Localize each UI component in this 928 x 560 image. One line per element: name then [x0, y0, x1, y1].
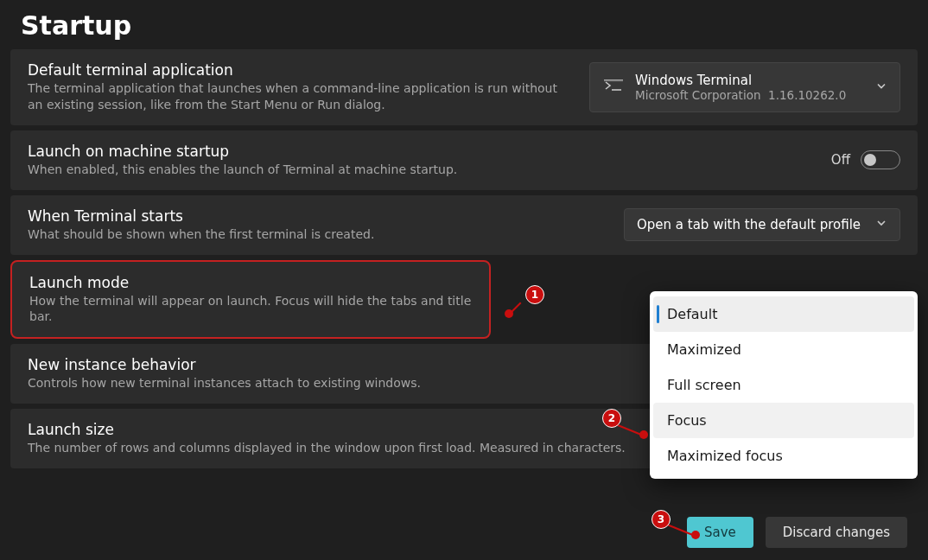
setting-launch-on-startup: Launch on machine startup When enabled, …: [10, 130, 918, 190]
launch-mode-option-maximized[interactable]: Maximized: [653, 332, 914, 367]
setting-desc: What should be shown when the first term…: [28, 226, 610, 243]
setting-text: Launch on machine startup When enabled, …: [28, 143, 817, 178]
annotation-dot-2: [639, 430, 648, 439]
setting-launch-mode[interactable]: Launch mode How the terminal will appear…: [10, 260, 491, 340]
terminal-select-lines: Windows Terminal Microsoft Corporation 1…: [635, 73, 846, 102]
setting-text: Default terminal application The termina…: [28, 61, 575, 113]
terminal-select-name: Windows Terminal: [635, 73, 846, 88]
terminal-select-sub: Microsoft Corporation 1.16.10262.0: [635, 88, 846, 102]
setting-title: Launch on machine startup: [28, 143, 817, 160]
setting-title: Launch mode: [29, 274, 472, 291]
annotation-badge-3: 3: [652, 510, 671, 529]
setting-text: When Terminal starts What should be show…: [28, 207, 610, 243]
annotation-dot-1: [505, 309, 513, 318]
launch-mode-option-maximized-focus[interactable]: Maximized focus: [653, 438, 914, 474]
setting-desc: The terminal application that launches w…: [28, 80, 575, 113]
chevron-down-icon: [875, 79, 887, 95]
when-starts-value: Open a tab with the default profile: [637, 217, 861, 232]
footer: Save Discard changes: [687, 517, 907, 548]
chevron-down-icon: [875, 217, 887, 232]
default-terminal-select[interactable]: Windows Terminal Microsoft Corporation 1…: [589, 62, 900, 112]
launch-on-startup-toggle[interactable]: [861, 150, 900, 169]
launch-mode-option-focus[interactable]: Focus: [653, 403, 914, 438]
discard-button[interactable]: Discard changes: [766, 517, 907, 548]
when-starts-select[interactable]: Open a tab with the default profile: [624, 208, 900, 241]
version: 1.16.10262.0: [768, 88, 846, 102]
setting-default-terminal: Default terminal application The termina…: [10, 49, 918, 125]
launch-mode-option-fullscreen[interactable]: Full screen: [653, 367, 914, 403]
launch-mode-option-default[interactable]: Default: [653, 296, 914, 332]
launch-mode-dropdown[interactable]: Default Maximized Full screen Focus Maxi…: [650, 291, 918, 479]
annotation-dot-3: [691, 531, 700, 539]
toggle-state-label: Off: [831, 152, 850, 168]
setting-desc: How the terminal will appear on launch. …: [29, 293, 472, 326]
setting-desc: When enabled, this enables the launch of…: [28, 162, 817, 178]
toggle-knob: [864, 154, 876, 166]
terminal-icon: [602, 76, 625, 99]
annotation-badge-2: 2: [602, 409, 621, 428]
setting-when-starts: When Terminal starts What should be show…: [10, 195, 918, 255]
setting-title: Default terminal application: [28, 61, 575, 79]
page-title: Startup: [0, 0, 928, 49]
publisher: Microsoft Corporation: [635, 88, 760, 102]
annotation-badge-1: 1: [525, 285, 544, 304]
setting-title: When Terminal starts: [28, 207, 610, 225]
toggle-wrap: Off: [831, 150, 900, 169]
